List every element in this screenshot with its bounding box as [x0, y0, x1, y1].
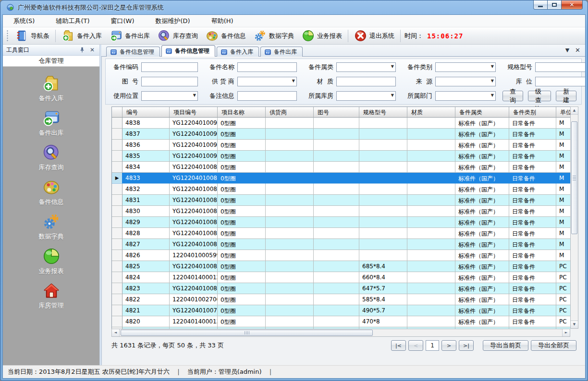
table-cell[interactable] [407, 195, 455, 206]
table-cell[interactable] [407, 206, 455, 217]
table-cell[interactable]: 标准件（国产） [455, 151, 509, 162]
table-row[interactable]: 4836YG122040100910型圈标准件（国产）日常备件M [112, 140, 570, 151]
table-cell[interactable]: 1220401000599 [170, 250, 218, 261]
table-cell[interactable]: 4826 [122, 250, 170, 261]
table-cell[interactable]: 4838 [122, 118, 170, 129]
row-selector-cell[interactable] [112, 305, 122, 316]
tab[interactable]: 备件出库 [260, 47, 303, 57]
sidebar-item-data-dict[interactable]: 数据字典 [3, 213, 99, 241]
table-cell[interactable]: 0型圈 [218, 195, 266, 206]
table-cell[interactable]: 4832 [122, 184, 170, 195]
table-cell[interactable] [314, 239, 359, 250]
row-selector-cell[interactable] [112, 272, 122, 283]
table-cell[interactable]: 日常备件 [509, 272, 556, 283]
table-cell[interactable]: 标准件（国产） [455, 195, 509, 206]
minimize-button[interactable] [533, 0, 548, 10]
export-current-page-button[interactable]: 导出当前页 [483, 340, 528, 351]
form-select-4-row0[interactable]: ▼ [535, 62, 585, 72]
table-cell[interactable] [266, 151, 314, 162]
form-select-3-row1[interactable]: ▼ [435, 77, 496, 86]
menu-item[interactable]: 窗口(W) [107, 15, 138, 27]
query-button[interactable]: 查询 [502, 91, 523, 101]
table-cell[interactable] [314, 272, 359, 283]
scroll-right-icon[interactable]: ► [562, 329, 570, 336]
table-cell[interactable] [407, 239, 455, 250]
table-cell[interactable]: 4835 [122, 151, 170, 162]
table-cell[interactable] [314, 195, 359, 206]
table-cell[interactable]: 470*8 [359, 316, 407, 327]
table-cell[interactable]: 标准件（国产） [455, 140, 509, 151]
form-select-2-row0[interactable]: ▼ [336, 62, 396, 72]
table-cell[interactable]: M [556, 217, 570, 228]
table-cell[interactable]: 日常备件 [509, 140, 556, 151]
table-cell[interactable]: 日常备件 [509, 228, 556, 239]
row-selector-cell[interactable] [112, 140, 122, 151]
toolbar-button[interactable]: 导航条 [12, 28, 53, 44]
table-cell[interactable] [314, 228, 359, 239]
table-cell[interactable] [359, 228, 407, 239]
table-cell[interactable] [266, 184, 314, 195]
table-cell[interactable] [314, 129, 359, 140]
row-selector-cell[interactable] [112, 239, 122, 250]
table-cell[interactable]: 4822 [122, 294, 170, 305]
table-cell[interactable] [407, 305, 455, 316]
toolbar-button[interactable]: 业务报表 [298, 28, 346, 44]
table-cell[interactable] [407, 261, 455, 272]
table-cell[interactable] [266, 272, 314, 283]
table-cell[interactable] [359, 151, 407, 162]
table-cell[interactable]: PC [556, 316, 570, 327]
sidebar-item-parts-out[interactable]: 备件出库 [3, 109, 99, 137]
table-cell[interactable]: 日常备件 [509, 151, 556, 162]
table-cell[interactable] [314, 118, 359, 129]
row-selector-cell[interactable] [112, 162, 122, 173]
table-cell[interactable]: YG12204010089 [170, 162, 218, 173]
table-cell[interactable] [266, 140, 314, 151]
table-cell[interactable]: 0型圈 [218, 129, 266, 140]
table-cell[interactable] [266, 217, 314, 228]
table-cell[interactable]: 4827 [122, 239, 170, 250]
table-cell[interactable] [407, 316, 455, 327]
table-cell[interactable]: 4824 [122, 272, 170, 283]
tab-close-icon[interactable]: ✕ [575, 47, 580, 53]
scroll-up-icon[interactable]: ▲ [571, 107, 578, 115]
table-cell[interactable] [407, 250, 455, 261]
table-cell[interactable] [266, 162, 314, 173]
table-cell[interactable] [314, 250, 359, 261]
toolbar-button[interactable]: 库存查询 [154, 28, 202, 44]
table-cell[interactable]: M [556, 195, 570, 206]
table-cell[interactable]: 0型圈 [218, 118, 266, 129]
table-row[interactable]: 482412204014000120型圈660*8.4标准件（国产）日常备件PC [112, 272, 570, 283]
column-header[interactable]: 规格型号 [359, 107, 407, 118]
table-cell[interactable]: 0型圈 [218, 261, 266, 272]
table-cell[interactable]: 日常备件 [509, 283, 556, 294]
table-cell[interactable]: 4837 [122, 129, 170, 140]
table-cell[interactable]: 标准件（国产） [455, 206, 509, 217]
table-cell[interactable]: M [556, 239, 570, 250]
table-cell[interactable]: 4833 [122, 173, 170, 184]
sidebar-item-home[interactable]: 库房管理 [3, 282, 99, 310]
table-cell[interactable] [407, 118, 455, 129]
table-cell[interactable]: YG12204010080 [170, 283, 218, 294]
table-cell[interactable] [266, 239, 314, 250]
row-selector-cell[interactable] [112, 129, 122, 140]
row-selector-cell[interactable] [112, 118, 122, 129]
close-button[interactable]: ✕ [561, 0, 583, 10]
table-cell[interactable]: 标准件（国产） [455, 162, 509, 173]
page-number-input[interactable]: 1 [426, 340, 439, 351]
toolbar-button[interactable]: 备件入库 [58, 28, 106, 44]
table-cell[interactable] [359, 173, 407, 184]
table-cell[interactable]: 0型圈 [218, 206, 266, 217]
form-select-3-row0[interactable]: ▼ [435, 62, 496, 72]
table-cell[interactable]: M [556, 162, 570, 173]
table-cell[interactable] [407, 272, 455, 283]
table-cell[interactable] [359, 250, 407, 261]
toolbar-button[interactable]: 备件出库 [106, 28, 154, 44]
table-row[interactable]: 4829YG122040100840型圈标准件（国产）日常备件M [112, 217, 570, 228]
form-select-3-row2[interactable]: ▼ [435, 91, 496, 101]
table-cell[interactable]: YG12204010084 [170, 217, 218, 228]
table-cell[interactable]: 4834 [122, 162, 170, 173]
table-cell[interactable]: YG12204010085 [170, 206, 218, 217]
title-bar[interactable]: 广州爱奇迪软件科技有限公司-深田之星仓库管理系统 ✕ [2, 0, 586, 14]
table-row[interactable]: 4834YG122040100890型圈标准件（国产）日常备件M [112, 162, 570, 173]
table-cell[interactable] [314, 261, 359, 272]
